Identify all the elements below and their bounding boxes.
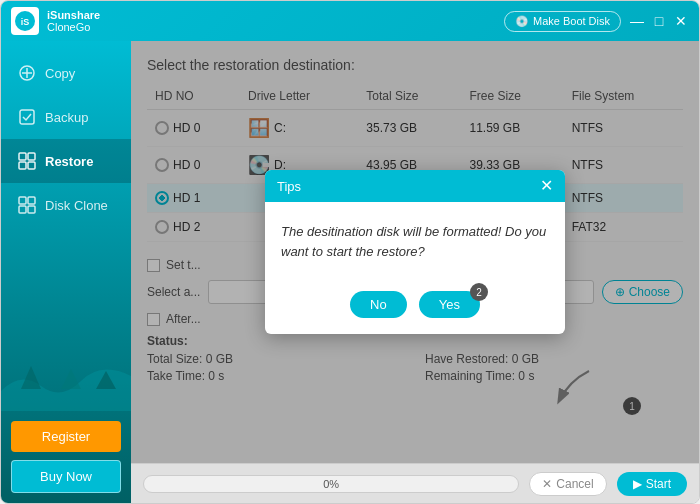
make-boot-disk-button[interactable]: 💿 Make Boot Disk <box>504 11 621 32</box>
modal-no-button[interactable]: No <box>350 291 407 318</box>
svg-marker-12 <box>21 366 41 389</box>
progress-bar-area: 0% ✕ Cancel ▶ Start <box>131 463 699 503</box>
modal-header: Tips ✕ <box>265 170 565 202</box>
app-logo: iS <box>11 7 39 35</box>
svg-marker-13 <box>61 369 81 389</box>
svg-rect-9 <box>28 197 35 204</box>
start-button[interactable]: ▶ Start <box>617 472 687 496</box>
svg-text:iS: iS <box>21 17 30 27</box>
svg-rect-5 <box>28 153 35 160</box>
svg-rect-7 <box>28 162 35 169</box>
disk-clone-icon <box>17 195 37 215</box>
sidebar-item-restore[interactable]: Restore <box>1 139 131 183</box>
main-content: Copy Backup <box>1 41 699 503</box>
progress-track: 0% <box>143 475 519 493</box>
app-window: iS iSunshare CloneGo 💿 Make Boot Disk — … <box>0 0 700 504</box>
svg-rect-10 <box>19 206 26 213</box>
restore-icon <box>17 151 37 171</box>
play-icon: ▶ <box>633 477 642 491</box>
svg-rect-4 <box>19 153 26 160</box>
modal-dialog: Tips ✕ The desitination disk will be for… <box>265 170 565 334</box>
backup-icon <box>17 107 37 127</box>
modal-close-button[interactable]: ✕ <box>540 178 553 194</box>
svg-rect-3 <box>20 110 34 124</box>
modal-footer: No Yes 2 <box>265 281 565 334</box>
window-controls: — □ ✕ <box>629 13 689 29</box>
sidebar-item-copy[interactable]: Copy <box>1 51 131 95</box>
sidebar-item-backup[interactable]: Backup <box>1 95 131 139</box>
modal-overlay: Tips ✕ The desitination disk will be for… <box>131 41 699 463</box>
app-title: iSunshare CloneGo <box>47 9 100 33</box>
maximize-button[interactable]: □ <box>651 13 667 29</box>
sidebar-item-disk-clone[interactable]: Disk Clone <box>1 183 131 227</box>
svg-rect-11 <box>28 206 35 213</box>
title-bar-left: iS iSunshare CloneGo <box>11 7 100 35</box>
svg-rect-6 <box>19 162 26 169</box>
sidebar: Copy Backup <box>1 41 131 503</box>
boot-disk-icon: 💿 <box>515 15 529 28</box>
sidebar-bottom: Register Buy Now <box>1 411 131 503</box>
content-area: Select the restoration destination: HD N… <box>131 41 699 463</box>
modal-badge-2: 2 <box>470 283 488 301</box>
minimize-button[interactable]: — <box>629 13 645 29</box>
buy-now-button[interactable]: Buy Now <box>11 460 121 493</box>
progress-label: 0% <box>323 478 339 490</box>
title-bar-right: 💿 Make Boot Disk — □ ✕ <box>504 11 689 32</box>
close-button[interactable]: ✕ <box>673 13 689 29</box>
title-bar: iS iSunshare CloneGo 💿 Make Boot Disk — … <box>1 1 699 41</box>
copy-icon <box>17 63 37 83</box>
register-button[interactable]: Register <box>11 421 121 452</box>
x-icon: ✕ <box>542 477 552 491</box>
svg-rect-8 <box>19 197 26 204</box>
cancel-button[interactable]: ✕ Cancel <box>529 472 606 496</box>
modal-body: The desitination disk will be formatted!… <box>265 202 565 281</box>
